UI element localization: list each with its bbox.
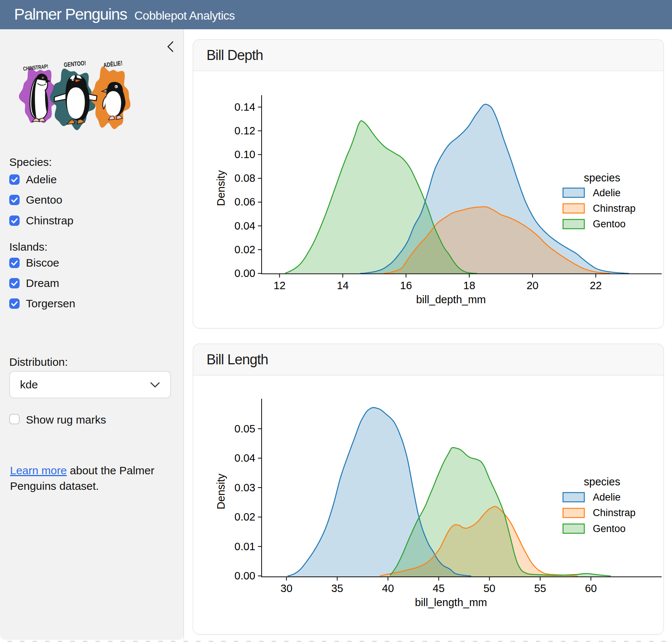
svg-text:0.06: 0.06 bbox=[235, 196, 255, 208]
svg-text:Chinstrap: Chinstrap bbox=[593, 203, 636, 214]
svg-text:0.02: 0.02 bbox=[235, 511, 255, 523]
svg-text:20: 20 bbox=[527, 280, 538, 291]
svg-text:species: species bbox=[584, 172, 620, 184]
svg-text:0.10: 0.10 bbox=[235, 148, 255, 160]
svg-text:12: 12 bbox=[273, 280, 285, 291]
svg-text:16: 16 bbox=[400, 280, 412, 291]
svg-text:Adelie: Adelie bbox=[593, 492, 621, 503]
svg-text:Density: Density bbox=[215, 474, 227, 509]
svg-text:0.12: 0.12 bbox=[235, 125, 255, 137]
svg-text:40: 40 bbox=[382, 582, 394, 594]
svg-text:14: 14 bbox=[337, 280, 349, 291]
svg-text:35: 35 bbox=[331, 582, 343, 594]
svg-text:Adelie: Adelie bbox=[593, 187, 621, 198]
svg-text:0.02: 0.02 bbox=[235, 244, 255, 255]
svg-text:0.05: 0.05 bbox=[235, 423, 255, 435]
svg-text:0.00: 0.00 bbox=[235, 570, 255, 582]
svg-text:45: 45 bbox=[433, 582, 444, 594]
svg-text:species: species bbox=[584, 476, 620, 488]
svg-text:22: 22 bbox=[590, 280, 602, 291]
svg-text:0.04: 0.04 bbox=[235, 452, 255, 464]
svg-text:GENTOO!: GENTOO! bbox=[64, 60, 86, 68]
svg-text:18: 18 bbox=[463, 280, 475, 291]
svg-text:CHINSTRAP!: CHINSTRAP! bbox=[23, 63, 48, 72]
svg-text:0.14: 0.14 bbox=[235, 101, 255, 113]
svg-text:0.00: 0.00 bbox=[235, 267, 255, 279]
svg-text:ADĒLIE!: ADĒLIE! bbox=[103, 60, 123, 69]
svg-text:Chinstrap: Chinstrap bbox=[593, 507, 636, 518]
svg-text:50: 50 bbox=[483, 582, 495, 594]
svg-text:Gentoo: Gentoo bbox=[593, 523, 626, 534]
svg-text:bill_depth_mm: bill_depth_mm bbox=[416, 294, 486, 305]
svg-text:60: 60 bbox=[585, 582, 597, 594]
svg-text:Density: Density bbox=[215, 170, 227, 206]
svg-text:bill_length_mm: bill_length_mm bbox=[415, 596, 487, 608]
svg-text:Gentoo: Gentoo bbox=[593, 218, 626, 230]
svg-text:0.03: 0.03 bbox=[235, 482, 255, 494]
svg-text:0.08: 0.08 bbox=[235, 172, 255, 184]
svg-text:30: 30 bbox=[280, 582, 292, 594]
svg-text:55: 55 bbox=[534, 582, 546, 594]
svg-text:0.04: 0.04 bbox=[235, 220, 255, 232]
svg-text:0.01: 0.01 bbox=[235, 541, 255, 552]
